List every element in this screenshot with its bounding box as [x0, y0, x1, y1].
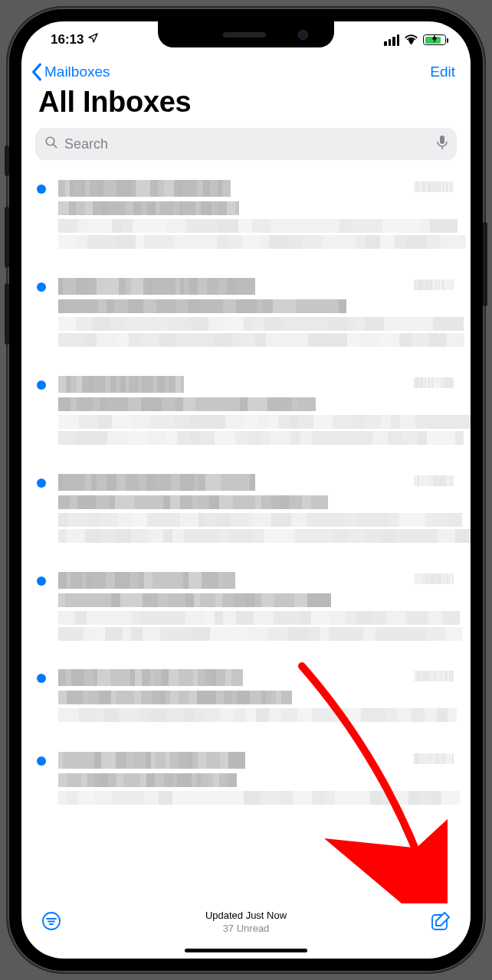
- location-arrow-icon: [87, 32, 99, 47]
- bottom-toolbar: Updated Just Now 37 Unread: [21, 903, 471, 959]
- unread-count: 37 Unread: [63, 923, 429, 936]
- unread-dot-icon: [37, 283, 46, 292]
- battery-charging-icon: [423, 34, 446, 45]
- dictate-icon[interactable]: [437, 135, 448, 153]
- unread-dot-icon: [37, 479, 46, 488]
- unread-dot-icon: [37, 674, 46, 683]
- message-row[interactable]: [21, 460, 471, 558]
- message-preview: [58, 376, 471, 448]
- filter-button[interactable]: [40, 910, 63, 933]
- compose-button[interactable]: [429, 910, 452, 933]
- message-row[interactable]: [21, 655, 471, 738]
- unread-dot-icon: [37, 381, 46, 390]
- message-row[interactable]: [21, 738, 471, 819]
- unread-dot-icon: [37, 577, 46, 586]
- edit-button[interactable]: Edit: [430, 64, 455, 80]
- wifi-icon: [404, 34, 418, 45]
- message-preview: [58, 572, 463, 643]
- message-preview: [58, 180, 466, 252]
- updated-status: Updated Just Now: [63, 910, 429, 923]
- unread-dot-icon: [37, 185, 46, 194]
- search-field[interactable]: [35, 128, 457, 160]
- message-preview: [58, 278, 464, 350]
- message-row[interactable]: [21, 166, 471, 264]
- nav-bar: Mailboxes Edit: [21, 58, 471, 83]
- message-list[interactable]: [21, 166, 471, 903]
- message-row[interactable]: [21, 362, 471, 460]
- back-label: Mailboxes: [44, 64, 110, 80]
- message-row[interactable]: [21, 264, 471, 362]
- message-preview: [58, 669, 457, 726]
- search-input[interactable]: [64, 136, 431, 152]
- svg-point-0: [410, 41, 412, 44]
- home-indicator[interactable]: [185, 949, 307, 952]
- clock: 16:13: [51, 32, 84, 47]
- back-button[interactable]: Mailboxes: [31, 63, 110, 81]
- message-row[interactable]: [21, 558, 471, 655]
- page-title: All Inboxes: [21, 83, 471, 128]
- message-preview: [58, 752, 460, 807]
- message-preview: [58, 474, 471, 546]
- svg-line-2: [54, 145, 57, 148]
- cellular-signal-icon: [384, 34, 399, 46]
- svg-rect-3: [440, 136, 444, 144]
- search-icon: [44, 136, 58, 152]
- chevron-left-icon: [31, 63, 43, 81]
- unread-dot-icon: [37, 756, 46, 766]
